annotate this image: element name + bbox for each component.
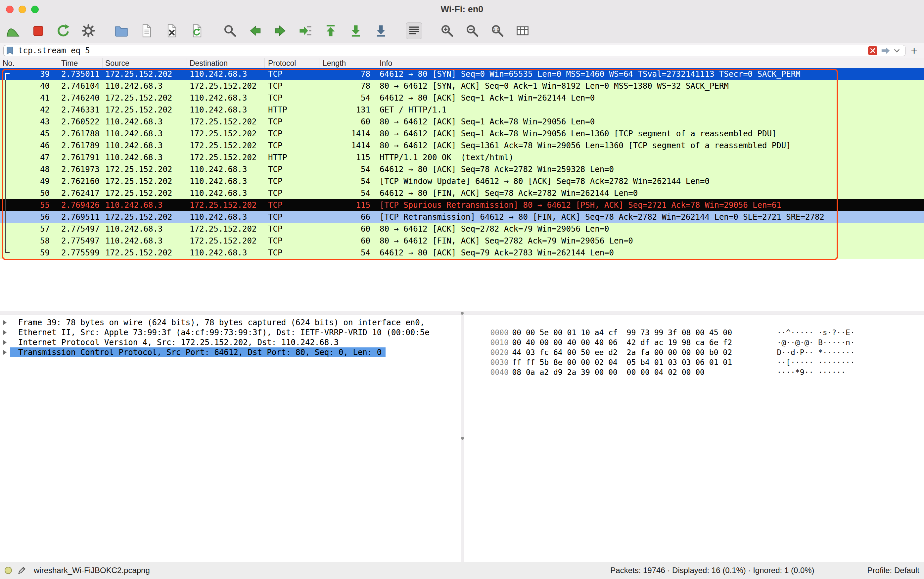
cell-destination: 110.242.68.3 xyxy=(187,175,265,187)
packet-counts: Packets: 19746 · Displayed: 16 (0.1%) · … xyxy=(610,566,814,575)
hex-bytes: ff ff 5b 8e 00 00 02 04 05 b4 01 03 03 0… xyxy=(512,357,777,367)
cell-destination: 172.25.152.202 xyxy=(187,128,265,140)
detail-row[interactable]: Ethernet II, Src: Apple_73:99:3f (a4:cf:… xyxy=(0,327,461,337)
filter-dropdown-button[interactable] xyxy=(891,46,903,55)
profile-label[interactable]: Profile: Default xyxy=(867,566,919,575)
cell-length: 54 xyxy=(319,175,372,187)
packet-row[interactable]: 58 2.775497 110.242.68.3 172.25.152.202 … xyxy=(0,235,924,247)
packet-row[interactable]: 57 2.775497 110.242.68.3 172.25.152.202 … xyxy=(0,223,924,235)
detail-row[interactable]: Transmission Control Protocol, Src Port:… xyxy=(0,347,461,357)
packet-row[interactable]: 42 2.746331 172.25.152.202 110.242.68.3 … xyxy=(0,104,924,116)
zoom-out-icon xyxy=(465,23,479,38)
cell-length: 131 xyxy=(319,104,372,116)
expand-chevron-icon[interactable] xyxy=(3,320,10,325)
cell-no: 46 xyxy=(0,140,52,152)
column-header-src[interactable]: Source xyxy=(103,58,187,68)
packet-row[interactable]: 56 2.769511 172.25.152.202 110.242.68.3 … xyxy=(0,211,924,223)
detail-row[interactable]: Frame 39: 78 bytes on wire (624 bits), 7… xyxy=(0,317,461,327)
packet-row[interactable]: 43 2.760522 110.242.68.3 172.25.152.202 … xyxy=(0,116,924,128)
filter-clear-button[interactable] xyxy=(868,46,877,55)
horizontal-splitter[interactable] xyxy=(0,311,924,315)
cell-length: 54 xyxy=(319,187,372,199)
zoom-out-button[interactable] xyxy=(464,23,481,39)
expert-info-icon[interactable] xyxy=(5,567,12,574)
column-header-dst[interactable]: Destination xyxy=(187,58,265,68)
cell-protocol: TCP xyxy=(265,187,319,199)
packet-row[interactable]: 49 2.762160 172.25.152.202 110.242.68.3 … xyxy=(0,175,924,187)
go-forward-button[interactable] xyxy=(272,23,289,39)
packet-row[interactable]: 48 2.761973 172.25.152.202 110.242.68.3 … xyxy=(0,164,924,175)
packet-row[interactable]: 50 2.762417 172.25.152.202 110.242.68.3 … xyxy=(0,187,924,199)
close-button[interactable] xyxy=(6,6,13,13)
packet-row[interactable]: 40 2.746104 110.242.68.3 172.25.152.202 … xyxy=(0,80,924,92)
packet-row[interactable]: 39 2.735011 172.25.152.202 110.242.68.3 … xyxy=(0,68,924,80)
file-reload-button[interactable] xyxy=(189,23,205,39)
zoom-in-button[interactable] xyxy=(439,23,455,39)
column-header-time[interactable]: Time xyxy=(52,58,103,68)
file-save-button[interactable] xyxy=(138,23,155,39)
cell-length: 54 xyxy=(319,92,372,104)
packet-list: No.TimeSourceDestinationProtocolLengthIn… xyxy=(0,58,924,311)
title-bar[interactable]: Wi-Fi: en0 xyxy=(0,0,924,18)
vertical-splitter[interactable] xyxy=(461,315,464,562)
detail-row[interactable]: Internet Protocol Version 4, Src: 172.25… xyxy=(0,337,461,347)
packet-row[interactable]: 59 2.775599 172.25.152.202 110.242.68.3 … xyxy=(0,247,924,259)
go-first-packet-button[interactable] xyxy=(322,23,339,39)
hex-row[interactable]: 000000 00 5e 00 01 10 a4 cf 99 73 99 3f … xyxy=(472,317,924,327)
packet-row[interactable]: 41 2.746240 172.25.152.202 110.242.68.3 … xyxy=(0,92,924,104)
cell-source: 110.242.68.3 xyxy=(103,223,187,235)
expand-chevron-icon[interactable] xyxy=(3,330,10,335)
packet-row[interactable]: 46 2.761789 110.242.68.3 172.25.152.202 … xyxy=(0,140,924,152)
scroll-to-bottom-button[interactable] xyxy=(373,23,389,39)
zoom-original-button[interactable]: 1:1 xyxy=(489,23,506,39)
packet-row[interactable]: 45 2.761788 110.242.68.3 172.25.152.202 … xyxy=(0,128,924,140)
file-open-button[interactable] xyxy=(113,23,130,39)
zoom-button[interactable] xyxy=(31,6,39,13)
column-header-proto[interactable]: Protocol xyxy=(265,58,319,68)
column-header-no[interactable]: No. xyxy=(0,58,52,68)
cell-no: 41 xyxy=(0,92,52,104)
cell-time: 2.761973 xyxy=(52,164,103,175)
column-header-len[interactable]: Length xyxy=(319,58,372,68)
cell-time: 2.761789 xyxy=(52,140,103,152)
packet-row[interactable]: 55 2.769426 110.242.68.3 172.25.152.202 … xyxy=(0,199,924,211)
minimize-button[interactable] xyxy=(18,6,26,13)
expand-chevron-icon[interactable] xyxy=(3,350,10,355)
filter-bar: + xyxy=(0,43,924,58)
cell-info: 64612 → 80 [ACK] Seq=78 Ack=2782 Win=259… xyxy=(372,164,924,175)
find-packet-button[interactable] xyxy=(222,23,238,39)
go-last-packet-button[interactable] xyxy=(347,23,364,39)
go-to-packet-button[interactable] xyxy=(297,23,314,39)
cell-no: 40 xyxy=(0,80,52,92)
cell-destination: 110.242.68.3 xyxy=(187,68,265,80)
resize-columns-button[interactable] xyxy=(514,23,531,39)
capture-options-button[interactable] xyxy=(80,23,96,39)
file-close-button[interactable] xyxy=(164,23,180,39)
filter-bookmark-icon[interactable] xyxy=(6,46,13,55)
cell-info: GET / HTTP/1.1 xyxy=(372,104,924,116)
wireshark-window: Wi-Fi: en0 xyxy=(0,0,924,579)
expand-chevron-icon[interactable] xyxy=(3,340,10,345)
cell-protocol: TCP xyxy=(265,247,319,259)
svg-text:1:1: 1:1 xyxy=(493,28,499,32)
column-header-info[interactable]: Info xyxy=(372,58,924,68)
auto-scroll-button[interactable] xyxy=(406,23,422,39)
capture-comment-icon[interactable] xyxy=(17,566,26,575)
capture-stop-button[interactable] xyxy=(30,23,46,39)
capture-start-button[interactable] xyxy=(5,23,21,39)
cell-time: 2.775497 xyxy=(52,235,103,247)
splitter-handle-vertical[interactable] xyxy=(461,437,464,440)
cell-time: 2.762417 xyxy=(52,187,103,199)
cell-source: 110.242.68.3 xyxy=(103,140,187,152)
cell-no: 59 xyxy=(0,247,52,259)
filter-input[interactable] xyxy=(13,46,868,56)
splitter-handle[interactable] xyxy=(461,312,464,315)
packet-row[interactable]: 47 2.761791 110.242.68.3 172.25.152.202 … xyxy=(0,152,924,164)
go-back-button[interactable] xyxy=(247,23,263,39)
capture-restart-button[interactable] xyxy=(55,23,72,39)
filter-field[interactable] xyxy=(3,45,906,56)
filter-add-button[interactable]: + xyxy=(911,44,917,57)
filter-apply-button[interactable] xyxy=(880,46,891,55)
cell-no: 56 xyxy=(0,211,52,223)
gear-icon xyxy=(81,23,96,38)
